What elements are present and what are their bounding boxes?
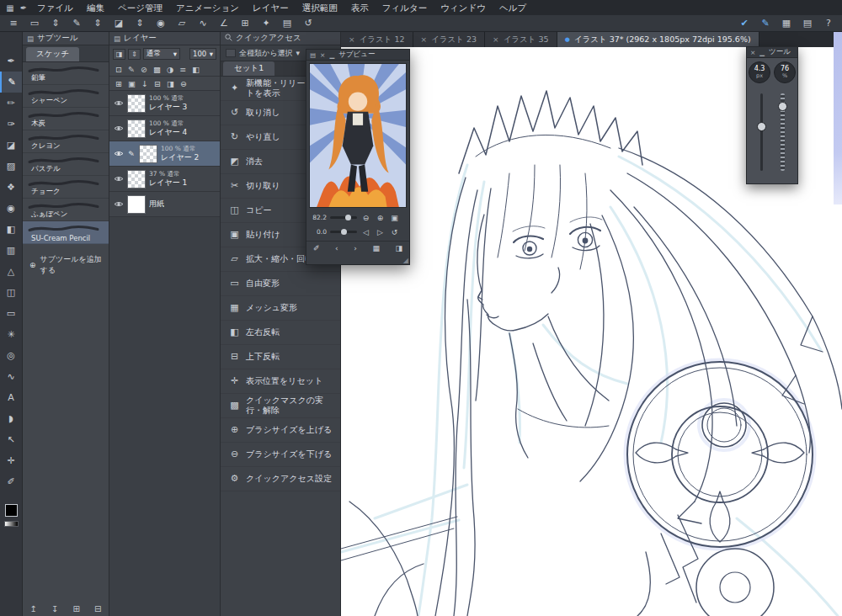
- flip-icon[interactable]: ◨: [395, 244, 402, 252]
- subview-thumbnail[interactable]: [309, 63, 407, 208]
- opacity-slider-knob[interactable]: [778, 102, 787, 111]
- set-tab-1[interactable]: セット1: [223, 61, 274, 76]
- previous-image-icon[interactable]: ‹: [335, 244, 338, 252]
- layer-thumbnail[interactable]: [139, 145, 157, 163]
- reset-rotation-icon[interactable]: ↺: [389, 228, 400, 236]
- quick-access-item[interactable]: ✛ 表示位置をリセット: [221, 369, 340, 394]
- menu-item[interactable]: アニメーション: [169, 0, 246, 15]
- panel-menu-icon[interactable]: ▤: [114, 35, 120, 43]
- layer-row[interactable]: 37 % 通常 レイヤー 1: [109, 167, 220, 192]
- layer-thumbnail[interactable]: [127, 94, 146, 113]
- search-icon[interactable]: [225, 34, 232, 43]
- minimize-icon[interactable]: ▁: [329, 51, 334, 59]
- subtool-footer-icon[interactable]: ⊟: [94, 604, 101, 613]
- toolbar-icon[interactable]: ◪: [112, 16, 125, 31]
- quick-access-item[interactable]: ◧ 左右反転: [221, 321, 340, 345]
- tool-item[interactable]: ▭: [0, 303, 22, 324]
- toolbar-icon[interactable]: ✦: [259, 16, 273, 31]
- close-icon[interactable]: ×: [421, 35, 428, 44]
- toolbar-icon[interactable]: ≡: [7, 16, 20, 31]
- tool-item[interactable]: ✎: [0, 72, 22, 93]
- fit-screen-icon[interactable]: ▣: [389, 214, 400, 222]
- minimize-icon[interactable]: ▁: [759, 49, 765, 56]
- visibility-eye-icon[interactable]: [113, 125, 124, 132]
- toolbar-icon[interactable]: ✎: [70, 16, 83, 31]
- tool-item[interactable]: ✳: [0, 324, 22, 345]
- toolbar-icon[interactable]: ∠: [217, 16, 231, 31]
- opacity-badge[interactable]: 76 %: [774, 61, 796, 83]
- toolbar-icon[interactable]: ◉: [154, 16, 168, 31]
- quick-access-item[interactable]: ▭ 自由変形: [221, 272, 340, 296]
- layer-tool-icon[interactable]: ⊡: [115, 65, 122, 74]
- grid-icon[interactable]: ▦: [372, 244, 380, 252]
- panel-menu-icon[interactable]: ▤: [27, 35, 34, 43]
- tool-palette-titlebar[interactable]: × ▁ ツール: [747, 47, 797, 58]
- menu-item[interactable]: 表示: [344, 0, 376, 15]
- close-icon[interactable]: ×: [320, 51, 325, 59]
- layer-tool-icon[interactable]: ◧: [192, 65, 200, 74]
- pen-mode-icon[interactable]: ✒: [17, 3, 30, 13]
- tool-item[interactable]: ✏: [0, 93, 22, 114]
- toolbar-icon[interactable]: ∿: [196, 16, 210, 31]
- tab-illust-37-active[interactable]: ● イラスト 37* (2962 x 1805px 72dpi 195.6%): [557, 32, 759, 47]
- rotate-slider[interactable]: [330, 231, 357, 233]
- subtool-footer-icon[interactable]: ⊞: [73, 604, 80, 613]
- menu-item[interactable]: ウィンドウ: [434, 0, 493, 15]
- layer-action-icon[interactable]: ▣: [128, 79, 136, 88]
- zoom-out-icon[interactable]: ⊖: [360, 214, 371, 222]
- layer-action-icon[interactable]: ⊟: [154, 79, 161, 88]
- tool-item[interactable]: △: [0, 261, 22, 282]
- menu-item[interactable]: 選択範囲: [296, 0, 344, 15]
- quick-access-item[interactable]: ⊕ ブラシサイズを上げる: [221, 418, 340, 443]
- brush-item[interactable]: SU-Cream Pencil: [23, 221, 109, 244]
- tab-illust-35[interactable]: × イラスト 35: [485, 32, 557, 47]
- toolbar-icon[interactable]: ✎: [759, 16, 772, 31]
- layer-row-selected[interactable]: ✎ 100 % 通常 レイヤー 2: [109, 141, 220, 167]
- brush-item[interactable]: 鉛筆: [23, 62, 109, 85]
- tool-item[interactable]: ◉: [0, 198, 22, 219]
- tool-item[interactable]: ✑: [0, 114, 22, 135]
- quick-access-item[interactable]: ⊟ 上下反転: [221, 345, 340, 369]
- tool-item[interactable]: ✒: [0, 50, 22, 72]
- toolbar-icon[interactable]: ▦: [780, 16, 793, 31]
- rotate-right-icon[interactable]: ▷: [375, 228, 386, 236]
- close-icon[interactable]: ×: [493, 35, 499, 44]
- tool-item[interactable]: ◗: [0, 408, 22, 429]
- quick-access-item[interactable]: ⚙ クイックアクセス設定: [221, 467, 340, 491]
- quick-access-item[interactable]: ▩ クイックマスクの実行・解除: [221, 394, 340, 418]
- tab-illust-12[interactable]: × イラスト 12: [341, 32, 413, 47]
- layer-tool-icon[interactable]: ◑: [167, 65, 173, 74]
- toolbar-icon[interactable]: ▱: [175, 16, 189, 31]
- close-icon[interactable]: ×: [349, 35, 355, 44]
- tool-item[interactable]: ↖: [0, 429, 22, 450]
- subview-titlebar[interactable]: ▤ × ▁ サブビュー: [306, 50, 409, 61]
- add-subtool-button[interactable]: ⊕ サブツールを追加する: [23, 254, 109, 276]
- visibility-eye-icon[interactable]: [113, 99, 124, 107]
- layer-row[interactable]: 100 % 通常 レイヤー 3: [109, 91, 220, 116]
- layer-opacity-input[interactable]: 100 ▾: [189, 48, 216, 60]
- layer-row[interactable]: 100 % 通常 レイヤー 4: [109, 116, 220, 141]
- menu-item[interactable]: ヘルプ: [493, 0, 533, 15]
- toolbar-icon[interactable]: ↺: [301, 16, 315, 31]
- brush-item[interactable]: ふぁぼペン: [23, 199, 109, 221]
- close-icon[interactable]: ×: [750, 49, 755, 56]
- toolbar-icon[interactable]: ▭: [28, 16, 41, 31]
- toolbar-icon[interactable]: ▤: [801, 16, 814, 31]
- rotate-left-icon[interactable]: ◁: [360, 228, 371, 236]
- color-gradient-swatch[interactable]: [4, 521, 19, 527]
- toolbar-icon[interactable]: ✔: [738, 16, 751, 31]
- layer-action-icon[interactable]: ◨: [167, 79, 174, 88]
- tool-item[interactable]: A: [0, 387, 22, 408]
- zoom-slider-knob[interactable]: [345, 215, 351, 220]
- visibility-eye-icon[interactable]: [113, 200, 124, 208]
- layer-thumbnail[interactable]: [127, 119, 146, 138]
- blend-stepper[interactable]: ⇕: [128, 49, 141, 60]
- layer-tool-icon[interactable]: ✎: [128, 65, 135, 74]
- layer-tool-icon[interactable]: ≡: [179, 65, 186, 74]
- resize-grip-icon[interactable]: ◢: [403, 257, 408, 264]
- visibility-eye-icon[interactable]: [113, 175, 124, 183]
- blend-mode-select[interactable]: 通常 ▾: [143, 48, 180, 60]
- menu-item[interactable]: フィルター: [376, 0, 434, 15]
- layer-action-icon[interactable]: ⊞: [115, 79, 122, 88]
- brush-size-slider[interactable]: [760, 93, 763, 171]
